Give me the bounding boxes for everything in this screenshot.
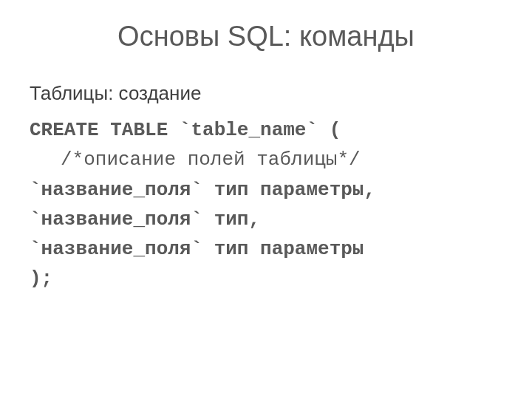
code-line: CREATE TABLE `table_name` (: [30, 115, 502, 145]
code-line: `название_поля` тип параметры: [30, 234, 502, 264]
code-line: );: [30, 264, 502, 293]
section-subtitle: Таблицы: создание: [30, 82, 502, 105]
slide-body: Таблицы: создание CREATE TABLE `table_na…: [30, 82, 502, 294]
code-block: CREATE TABLE `table_name` ( /*описание п…: [30, 115, 502, 294]
slide-title: Основы SQL: команды: [30, 21, 502, 52]
code-line: `название_поля` тип,: [30, 205, 502, 234]
code-line: `название_поля` тип параметры,: [30, 175, 502, 205]
code-line-comment: /*описание полей таблицы*/: [30, 145, 502, 174]
